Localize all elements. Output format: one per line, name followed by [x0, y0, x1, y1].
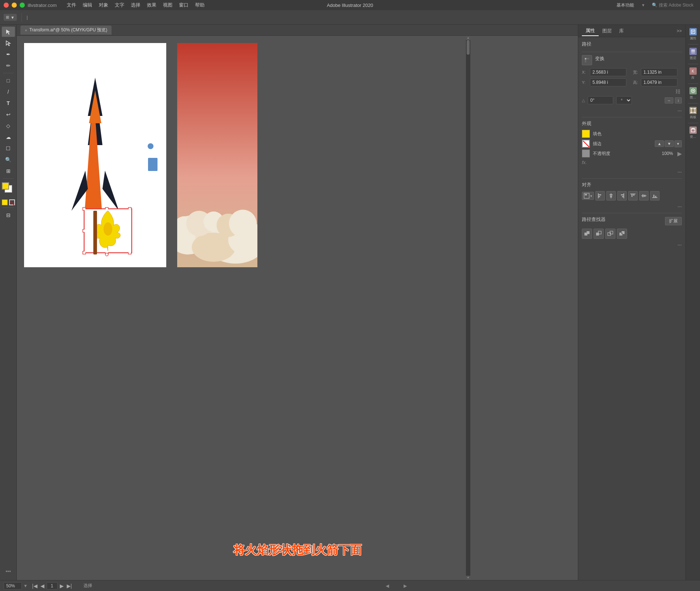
next-btn[interactable]: ▶: [59, 582, 65, 590]
align-bottom-edge[interactable]: [650, 191, 660, 201]
stroke-up-btn[interactable]: ▲: [655, 140, 664, 147]
strip-assets[interactable]: 资...: [687, 125, 699, 141]
panel-scrollbar[interactable]: ▲ ▼: [466, 36, 470, 580]
menu-edit[interactable]: 编辑: [83, 2, 92, 8]
zoom-dropdown[interactable]: ▼: [23, 583, 28, 588]
x-input[interactable]: [590, 68, 626, 76]
rectangle-tool[interactable]: □: [2, 75, 15, 86]
shape-builder[interactable]: ☁: [2, 132, 15, 142]
menu-object[interactable]: 对象: [99, 2, 108, 8]
appearance-more: ...: [582, 167, 682, 174]
align-center-h[interactable]: [606, 191, 616, 201]
menu-view[interactable]: 视图: [163, 2, 172, 8]
hand-tool[interactable]: ⊞: [2, 166, 15, 176]
rotation-input[interactable]: [588, 96, 613, 104]
pathfinder-intersect[interactable]: [605, 229, 615, 239]
align-more-btn[interactable]: ...: [677, 202, 682, 208]
stroke-color-box[interactable]: [582, 140, 590, 148]
pathfinder-exclude[interactable]: [617, 229, 627, 239]
align-left-edge[interactable]: [595, 191, 605, 201]
pathfinder-minus-front[interactable]: [594, 229, 604, 239]
library-tool[interactable]: ⊟: [2, 210, 15, 220]
svg-rect-82: [691, 112, 692, 113]
strip-library[interactable]: K 库: [687, 66, 699, 82]
menu-effect[interactable]: 效果: [147, 2, 156, 8]
strip-layers-label: 图层: [690, 56, 696, 61]
pathfinder-more-btn[interactable]: ...: [677, 241, 682, 246]
search-bar[interactable]: 🔍 搜索 Adobe Stock: [649, 1, 696, 9]
strip-layers[interactable]: 图层: [687, 46, 699, 62]
strip-image[interactable]: 图...: [687, 86, 699, 101]
svg-rect-38: [585, 61, 586, 62]
prev-first-btn[interactable]: |◀: [31, 582, 38, 590]
menu-text[interactable]: 文字: [115, 2, 124, 8]
close-button[interactable]: [4, 3, 9, 8]
artboard-1: [24, 43, 166, 267]
fill-color[interactable]: [2, 182, 9, 190]
menu-select[interactable]: 选择: [131, 2, 140, 8]
line-tool[interactable]: /: [2, 87, 15, 97]
pen-tool[interactable]: ✒: [2, 49, 15, 59]
menu-file[interactable]: 文件: [67, 2, 76, 8]
wh-link-icon[interactable]: ⛓: [675, 89, 680, 94]
stroke-type-btn[interactable]: ▾: [674, 140, 682, 147]
zoom-tool[interactable]: 🔍: [2, 155, 15, 165]
menu-bar: 文件 编辑 对象 文字 选择 效果 视图 窗口 帮助: [67, 2, 205, 8]
fill-square[interactable]: [2, 199, 8, 205]
tab-layers[interactable]: 图层: [599, 26, 615, 36]
stroke-down-btn[interactable]: ▼: [665, 140, 674, 147]
strip-artboard[interactable]: 画板: [687, 105, 699, 121]
workspace-selector[interactable]: 基本功能: [613, 1, 638, 9]
page-number-input[interactable]: [47, 582, 58, 590]
status-center-arrow-right[interactable]: ▶: [404, 583, 407, 588]
rotate-tool[interactable]: ↩: [2, 109, 15, 120]
scroll-thumb[interactable]: [467, 40, 470, 55]
pathfinder-unite[interactable]: [582, 229, 592, 239]
next-last-btn[interactable]: ▶|: [66, 582, 73, 590]
fill-color-box[interactable]: [582, 130, 590, 138]
w-input[interactable]: [641, 68, 677, 76]
align-center-v[interactable]: [639, 191, 649, 201]
pathfinder-expand-btn[interactable]: 扩展: [665, 217, 682, 225]
opacity-arrow[interactable]: ▶: [677, 150, 682, 157]
strip-properties[interactable]: 属性: [687, 27, 699, 42]
svg-rect-35: [586, 58, 588, 59]
more-tools[interactable]: •••: [5, 568, 11, 578]
tab-library[interactable]: 库: [615, 26, 627, 36]
zoom-input[interactable]: [4, 582, 22, 590]
stroke-square[interactable]: [9, 199, 15, 205]
tab-close[interactable]: ×: [25, 28, 27, 32]
scroll-down[interactable]: ▼: [466, 576, 470, 580]
opacity-value: 100%: [662, 151, 673, 156]
y-input[interactable]: [590, 78, 626, 86]
appearance-more-btn[interactable]: ...: [677, 168, 682, 174]
align-to-selector[interactable]: ▾: [582, 192, 594, 200]
menu-help[interactable]: 帮助: [195, 2, 205, 8]
transform-reference-point[interactable]: [582, 55, 592, 65]
direct-select-tool[interactable]: [2, 38, 15, 48]
text-tool[interactable]: T: [2, 98, 15, 108]
flip-h-btn[interactable]: ↔: [665, 97, 673, 104]
panel-expand-icon[interactable]: >>: [677, 28, 682, 34]
prev-btn[interactable]: ◀: [40, 582, 45, 590]
align-right-edge[interactable]: [617, 191, 627, 201]
flip-v-btn[interactable]: ↕: [675, 97, 682, 104]
transform-more-btn[interactable]: ...: [677, 106, 682, 112]
color-swatches[interactable]: [2, 182, 15, 195]
maximize-button[interactable]: [20, 3, 25, 8]
minimize-button[interactable]: [12, 3, 17, 8]
puppet-warp[interactable]: ◇: [2, 121, 15, 131]
artboard-tool[interactable]: ☐: [2, 143, 15, 153]
doc-tab-item[interactable]: × Transform.ai*@ 50% (CMYK/GPU 预览): [20, 26, 112, 35]
brush-tool[interactable]: ✏: [2, 61, 15, 71]
scroll-up[interactable]: ▲: [466, 36, 470, 40]
h-input[interactable]: [641, 78, 677, 86]
menu-window[interactable]: 窗口: [179, 2, 188, 8]
rotation-unit-select[interactable]: °: [616, 96, 632, 104]
fx-label[interactable]: fx.: [582, 160, 587, 165]
status-center-arrow-left[interactable]: ◀: [386, 583, 389, 588]
view-selector[interactable]: ⊞ ▼: [4, 14, 17, 21]
select-tool[interactable]: [2, 27, 15, 37]
tab-properties[interactable]: 属性: [582, 26, 599, 36]
align-top-edge[interactable]: [628, 191, 638, 201]
